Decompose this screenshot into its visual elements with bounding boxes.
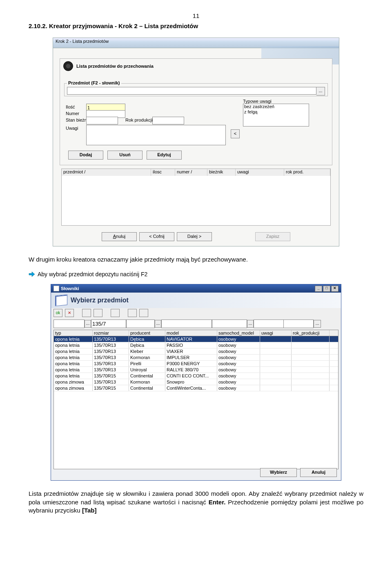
filter-producent-lookup[interactable]: ... xyxy=(155,320,161,328)
filter-rok[interactable] xyxy=(283,320,314,328)
slowniki-titlebar: Słowniki _ □ ✕ xyxy=(51,284,341,293)
dictionary-icon xyxy=(55,295,67,306)
anuluj-button[interactable]: Anuluj xyxy=(102,232,137,241)
toolbar-button-4[interactable] xyxy=(128,309,137,317)
label-uwagi: Uwagi xyxy=(66,126,78,131)
toolbar-button-5[interactable] xyxy=(139,309,148,317)
label-numer: Numer xyxy=(66,111,79,116)
przedmiot-browse-button[interactable]: ... xyxy=(316,87,325,95)
slowniki-app-icon xyxy=(53,286,59,291)
insert-uwaga-button[interactable]: < xyxy=(231,129,240,138)
slowniki-grid: typ rozmiar producent model samochod_mod… xyxy=(53,330,339,469)
slowniki-window: Słowniki _ □ ✕ Wybierz przedmiot ok ✕ ..… xyxy=(51,284,341,481)
label-rok: Rok produkcji xyxy=(125,118,153,122)
toolbar-button-2[interactable] xyxy=(94,309,102,317)
toolbar-button-3[interactable] xyxy=(111,309,120,317)
paragraph-1: W drugim kroku kreatora oznaczamy jakie … xyxy=(29,255,363,264)
grid-row[interactable]: opona letnia135/70R13DębicaNAVIGATORosob… xyxy=(54,336,338,342)
slowniki-toolbar: ok ✕ xyxy=(51,308,341,318)
zapisz-button: Zapisz xyxy=(255,232,290,241)
wybierz-button[interactable]: Wybierz xyxy=(260,468,297,477)
filter-samochod-lookup[interactable]: ... xyxy=(247,320,254,328)
typowe-option-2[interactable]: z felgą xyxy=(243,109,309,115)
col-bieznik[interactable]: bieżnik xyxy=(207,169,236,176)
label-ilosc: Ilość xyxy=(66,104,75,109)
filter-model[interactable] xyxy=(161,320,212,328)
grid-row[interactable]: opona letnia135/70R13KormoranIMPULSERoso… xyxy=(54,355,338,361)
filter-producent[interactable] xyxy=(126,320,155,328)
typowe-option-1[interactable]: bez zastrzeżeń xyxy=(243,104,309,109)
col-uwagi[interactable]: uwagi xyxy=(236,169,284,176)
rok-input[interactable] xyxy=(152,117,184,124)
select-header: Wybierz przedmiot xyxy=(51,293,341,308)
section-heading: 2.10.2. Kreator przyjmowania - Krok 2 – … xyxy=(29,22,363,29)
przedmiot-group: Przedmiot (F2 - słownik) ... xyxy=(64,83,328,96)
minimize-button[interactable]: _ xyxy=(315,286,322,292)
filter-rok-lookup[interactable]: ... xyxy=(314,320,321,328)
filter-typ-lookup[interactable]: ... xyxy=(85,320,91,328)
subtitle-text: Lista przedmiotów do przechowania xyxy=(76,64,154,69)
grid-empty-space xyxy=(54,391,338,469)
usun-button[interactable]: Usuń xyxy=(107,151,143,160)
hdr-typ[interactable]: typ xyxy=(54,330,93,336)
slowniki-title: Słowniki xyxy=(61,286,79,291)
grid-body[interactable]: opona letnia135/70R13DębicaNAVIGATORosob… xyxy=(54,336,338,391)
hdr-samochod[interactable]: samochod_model xyxy=(217,330,260,336)
filter-samochod[interactable] xyxy=(212,320,247,328)
label-typowe: Typowe uwagi xyxy=(243,99,272,104)
edytuj-button[interactable]: Edytuj xyxy=(147,151,182,160)
grid-row[interactable]: opona letnia135/70R15ContinentalCONTI EC… xyxy=(54,373,338,379)
tip-1: Aby wybrać przedmiot depozytu naciśnij F… xyxy=(29,271,363,277)
grid-header: typ rozmiar producent model samochod_mod… xyxy=(54,330,338,336)
arrow-right-icon xyxy=(29,271,35,277)
przedmiot-input[interactable] xyxy=(67,87,316,95)
filter-typ[interactable] xyxy=(53,320,85,328)
grid-row[interactable]: opona letnia135/70R13DębicaPASSIOosobowy xyxy=(54,342,338,348)
cancel-toolbar-button[interactable]: ✕ xyxy=(65,309,74,317)
anuluj-slowniki-button[interactable]: Anuluj xyxy=(300,468,337,477)
grid-row[interactable]: opona zimowa135/70R15ContinentalContiWin… xyxy=(54,385,338,391)
page-number: 11 xyxy=(29,12,363,19)
cofnij-button[interactable]: < Cofnij xyxy=(139,232,174,241)
col-przedmiot[interactable]: przedmiot / xyxy=(62,169,151,176)
filter-rozmiar[interactable] xyxy=(91,320,126,328)
dodaj-button[interactable]: Dodaj xyxy=(68,151,103,160)
toolbar-button-1[interactable] xyxy=(82,309,91,317)
wizard-bottom-bar: Anuluj < Cofnij Dalej > Zapisz xyxy=(53,232,339,241)
stan-input[interactable] xyxy=(86,117,118,124)
maximize-button[interactable]: □ xyxy=(323,286,330,292)
hdr-rozmiar[interactable]: rozmiar xyxy=(93,330,129,336)
tip-1-text: Aby wybrać przedmiot depozytu naciśnij F… xyxy=(38,271,147,277)
grid-row[interactable]: opona letnia135/70R13PirelliP3000 ENERGY… xyxy=(54,361,338,367)
filter-row: ... ... ... ... xyxy=(51,318,341,330)
typowe-uwagi-listbox[interactable]: bez zastrzeżeń z felgą xyxy=(243,104,309,126)
hdr-rok[interactable]: rok_produkcji xyxy=(292,330,330,336)
wizard-step2-window: Krok 2 - Lista przedmiotów Lista przedmi… xyxy=(53,38,339,246)
hdr-producent[interactable]: producent xyxy=(129,330,165,336)
grid-row[interactable]: opona zimowa135/70R13KormoranSnowproosob… xyxy=(54,379,338,385)
przedmiot-group-label: Przedmiot (F2 - słownik) xyxy=(67,80,121,85)
list-header: przedmiot / ilosc numer / bieżnik uwagi … xyxy=(61,169,331,177)
hdr-model[interactable]: model xyxy=(165,330,217,336)
grid-row[interactable]: opona letnia135/70R13KleberVIAXERosobowy xyxy=(54,348,338,355)
col-ilosc[interactable]: ilosc xyxy=(151,169,175,176)
form-panel: Lista przedmiotów do przechowania Przedm… xyxy=(60,58,332,165)
subtitle-row: Lista przedmiotów do przechowania xyxy=(60,59,332,73)
grid-row[interactable]: opona letnia135/70R13UniroyalRALLYE 380/… xyxy=(54,367,338,373)
hdr-uwagi[interactable]: uwagi xyxy=(260,330,292,336)
filter-uwagi[interactable] xyxy=(254,320,284,328)
col-numer[interactable]: numer / xyxy=(175,169,207,176)
select-header-text: Wybierz przedmiot xyxy=(71,297,129,304)
ok-toolbar-button[interactable]: ok xyxy=(53,309,62,317)
list-body[interactable] xyxy=(61,176,331,226)
tire-icon xyxy=(63,61,73,71)
uwagi-textarea[interactable] xyxy=(86,125,226,145)
paragraph-2: Lista przedmiotów znajduje się w słownik… xyxy=(29,490,363,515)
col-rokprod[interactable]: rok prod. xyxy=(284,169,330,176)
close-button[interactable]: ✕ xyxy=(331,286,339,292)
dalej-button[interactable]: Dalej > xyxy=(177,232,212,241)
